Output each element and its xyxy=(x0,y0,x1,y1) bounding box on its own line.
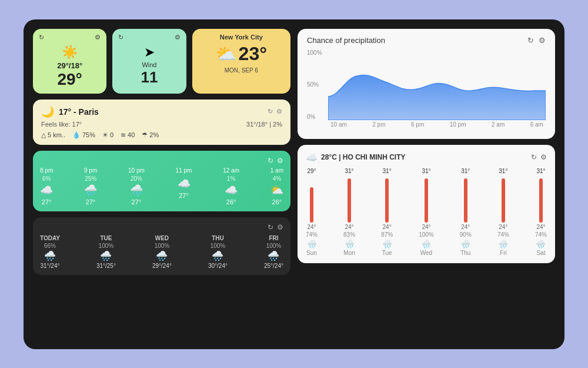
hcmc-pct: 83% xyxy=(343,231,355,238)
weather-icon: ☁️ xyxy=(225,184,238,197)
hourly-temp: 27° xyxy=(42,198,52,205)
current-temp: 29° xyxy=(39,70,101,89)
hourly-item: 10 pm 20% 🌧️ 27° xyxy=(128,167,145,205)
widget-temperature[interactable]: ↻ ⚙ ☀️ 29°/18° 29° xyxy=(33,29,106,94)
hcmc-bar-item: 31° 24° 74% 🌧️ Fri xyxy=(497,168,509,256)
temp-range: 29°/18° xyxy=(39,61,101,70)
weekly-day: TODAY xyxy=(40,235,60,241)
hourly-item: 12 am 1% ☁️ 26° xyxy=(223,167,239,205)
paris-title: 17° - Paris xyxy=(59,107,263,117)
bar-container xyxy=(502,175,505,223)
weather-icon: 🌧️ xyxy=(44,250,56,261)
settings-icon[interactable]: ⚙ xyxy=(277,157,283,165)
weekly-grid: TODAY 66% 🌧️ 31°/24° TUE 100% 🌧️ 31°/25°… xyxy=(40,235,283,269)
refresh-icon[interactable]: ↻ xyxy=(268,108,273,115)
refresh-icon[interactable]: ↻ xyxy=(527,36,534,45)
refresh-icon[interactable]: ↻ xyxy=(118,34,123,41)
hourly-item: 1 am 4% ⛅ 26° xyxy=(270,167,283,205)
temp-bar xyxy=(348,178,351,223)
hcmc-weather-icon: 🌧️ xyxy=(345,239,355,248)
bar-container xyxy=(385,175,389,223)
settings-icon[interactable]: ⚙ xyxy=(540,153,547,161)
hcmc-bars: 29° 24° 74% 🌧️ Sun 31° 24° 83% 🌧️ Mon 31… xyxy=(306,168,547,256)
weekly-item: FRI 100% 🌧️ 25°/24° xyxy=(264,235,283,269)
weather-icon: 🌧️ xyxy=(156,250,168,261)
hcmc-low-temp: 24° xyxy=(461,224,470,230)
x-label-10pm: 10 pm xyxy=(450,121,466,128)
hourly-temp: 26° xyxy=(226,198,236,205)
hcmc-high-temp: 31° xyxy=(461,168,470,174)
hcmc-title: 28°C | HO CHI MINH CITY xyxy=(321,153,406,161)
hcmc-high-temp: 31° xyxy=(383,168,392,174)
widget-hourly[interactable]: ↻ ⚙ 8 pm 6% ☁️ 27° 9 pm 25% 🌧️ 27° 10 pm… xyxy=(33,151,290,211)
weather-icon: 🌧️ xyxy=(100,250,112,261)
widget-nyc[interactable]: New York City ⛅ 23° MON, SEP 6 xyxy=(192,29,290,94)
settings-icon[interactable]: ⚙ xyxy=(276,108,282,115)
y-label-0: 0% xyxy=(307,114,322,120)
hcmc-day: Sun xyxy=(306,250,317,256)
sun-icon: ☀️ xyxy=(39,45,101,60)
weekly-temps: 31°/24° xyxy=(40,263,59,269)
refresh-icon[interactable]: ↻ xyxy=(531,153,537,161)
settings-icon[interactable]: ⚙ xyxy=(175,34,181,41)
hourly-item: 11 pm ☁️ 27° xyxy=(176,167,192,205)
weekly-day: WED xyxy=(155,235,169,241)
hcmc-high-temp: 31° xyxy=(422,168,430,174)
weather-icon: ☁️ xyxy=(178,177,191,190)
dashboard: ↻ ⚙ ☀️ 29°/18° 29° ↻ ⚙ ➤ Wind 11 New Yor… xyxy=(24,19,564,349)
city-name: New York City xyxy=(198,34,285,41)
hcmc-high-temp: 31° xyxy=(499,168,507,174)
hcmc-pct: 74% xyxy=(306,231,318,238)
weather-icon: 🌧️ xyxy=(84,184,97,197)
temp-bar xyxy=(539,178,543,223)
hcmc-weather-icon: 🌧️ xyxy=(421,239,431,248)
hcmc-pct: 87% xyxy=(381,231,393,238)
settings-icon[interactable]: ⚙ xyxy=(539,36,546,45)
refresh-icon[interactable]: ↻ xyxy=(268,223,273,231)
temp-bar xyxy=(385,178,389,223)
hourly-temp: 27° xyxy=(132,198,142,205)
nyc-temp: 23° xyxy=(239,43,267,65)
hcmc-weather-icon: 🌧️ xyxy=(498,239,508,248)
widget-weekly[interactable]: ↻ ⚙ TODAY 66% 🌧️ 31°/24° TUE 100% 🌧️ 31°… xyxy=(33,217,290,275)
hcmc-pct: 100% xyxy=(419,231,434,238)
widget-hcmc[interactable]: ☁️ 28°C | HO CHI MINH CITY ↻ ⚙ 29° 24° 7… xyxy=(298,145,555,263)
humidity-icon: 💧 xyxy=(72,131,81,139)
hourly-time: 11 pm xyxy=(176,167,192,174)
hcmc-bar-item: 31° 24° 83% 🌧️ Mon xyxy=(343,168,355,256)
x-label-10am: 10 am xyxy=(330,121,347,128)
left-column: ↻ ⚙ ☀️ 29°/18° 29° ↻ ⚙ ➤ Wind 11 New Yor… xyxy=(33,29,290,292)
temp-bar xyxy=(464,178,467,223)
x-label-6pm: 6 pm xyxy=(411,121,424,128)
settings-icon[interactable]: ⚙ xyxy=(95,34,101,41)
x-label-2pm: 2 pm xyxy=(372,121,385,128)
x-label-6am: 6 am xyxy=(530,121,543,128)
weekly-pct: 66% xyxy=(44,243,56,249)
wind-icon: △ xyxy=(41,131,46,139)
widget-precipitation[interactable]: Chance of precipitation ↻ ⚙ 100% 50% 0% xyxy=(298,29,555,139)
weekly-temps: 25°/24° xyxy=(264,263,283,269)
hourly-controls: ↻ ⚙ xyxy=(40,157,283,165)
hcmc-high-temp: 31° xyxy=(536,168,545,174)
settings-icon[interactable]: ⚙ xyxy=(277,223,283,231)
hcmc-bar-item: 31° 24° 74% 🌧️ Sat xyxy=(535,168,547,256)
temp-bar xyxy=(425,178,428,223)
x-axis-labels: 10 am 2 pm 6 pm 10 pm 2 am 6 am xyxy=(328,121,546,128)
refresh-icon[interactable]: ↻ xyxy=(39,34,44,41)
hourly-temp: 27° xyxy=(86,198,96,205)
hcmc-pct: 74% xyxy=(497,231,509,238)
bar-container xyxy=(425,175,428,223)
partly-cloudy-icon: ⛅ xyxy=(216,44,236,64)
right-column: Chance of precipitation ↻ ⚙ 100% 50% 0% xyxy=(298,29,555,292)
wind-direction-icon: ➤ xyxy=(118,45,180,60)
weekly-item: TODAY 66% 🌧️ 31°/24° xyxy=(40,235,60,269)
precip-title: Chance of precipitation xyxy=(307,36,385,45)
hcmc-weather-icon: 🌧️ xyxy=(307,239,317,248)
weekly-temps: 31°/25° xyxy=(96,263,116,269)
widget-wind[interactable]: ↻ ⚙ ➤ Wind 11 xyxy=(112,29,186,94)
weekly-item: TUE 100% 🌧️ 31°/25° xyxy=(96,235,116,269)
refresh-icon[interactable]: ↻ xyxy=(268,157,273,165)
weekly-temps: 29°/24° xyxy=(152,263,172,269)
widget-paris[interactable]: 🌙 17° - Paris ↻ ⚙ Feels like: 17° 31°/18… xyxy=(33,100,290,145)
x-label-2am: 2 am xyxy=(492,121,505,128)
